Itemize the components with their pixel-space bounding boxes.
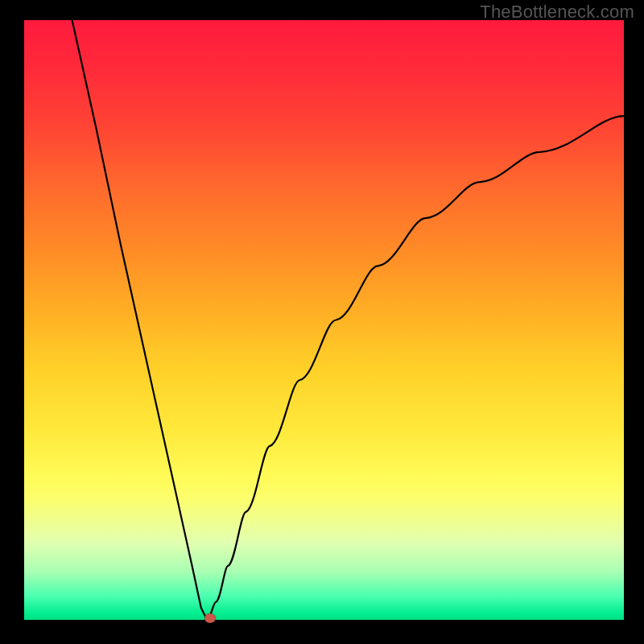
chart-curve xyxy=(24,20,624,620)
watermark-text: TheBottleneck.com xyxy=(480,2,634,23)
plot-area xyxy=(24,20,624,620)
minimum-marker xyxy=(204,613,216,623)
curve-path xyxy=(72,20,624,620)
chart-container: TheBottleneck.com xyxy=(0,0,644,644)
